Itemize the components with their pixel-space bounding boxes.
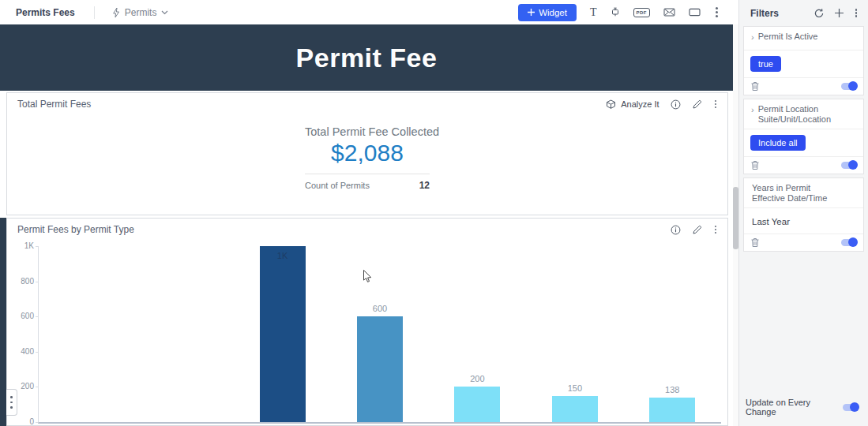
reset-filters-icon[interactable] — [814, 8, 825, 19]
bar-value-label: 1K — [259, 251, 306, 260]
bar-1K[interactable] — [260, 246, 306, 422]
dashboard-hero: Permit Fee — [0, 24, 733, 91]
filter-menu-icon[interactable] — [854, 183, 857, 204]
collapsed-left-panel — [0, 218, 6, 426]
kpi-metric-title: Total Permit Fee Collected — [305, 125, 430, 138]
bar-value-label: 150 — [551, 383, 599, 393]
filter-card-permit-is-active: › Permit Is Active true — [743, 26, 864, 95]
widget-menu-icon[interactable] — [713, 99, 719, 110]
chart-plot-area: 1K600200150138 — [38, 246, 721, 424]
edit-pencil-icon[interactable] — [692, 225, 702, 235]
bar-value-label: 200 — [453, 374, 501, 383]
kpi-widget: Total Permit Fees Analyze It Total Permi — [6, 92, 728, 215]
kpi-widget-header: Total Permit Fees Analyze It — [7, 93, 727, 113]
filter-card-permit-location: › Permit Location Suite/Unit/Location In… — [743, 99, 864, 174]
filters-panel: Filters › Permit Is Active true — [738, 0, 868, 426]
filter-name: Years in Permit Effective Date/Time — [752, 183, 827, 204]
add-filter-icon[interactable] — [835, 9, 844, 17]
chart-widget-title: Permit Fees by Permit Type — [17, 224, 134, 235]
filter-selection-text[interactable]: Last Year — [750, 216, 791, 227]
chart-widget: Permit Fees by Permit Type 1K80060040020… — [6, 218, 728, 426]
filter-selection-pill[interactable]: true — [750, 56, 781, 72]
info-icon[interactable] — [671, 99, 681, 110]
lightning-icon — [112, 7, 120, 18]
delete-filter-icon[interactable] — [750, 160, 760, 170]
expand-chevron-icon[interactable]: › — [751, 32, 754, 46]
y-axis-tick-label: 600 — [7, 312, 34, 320]
bar-200[interactable] — [454, 387, 500, 422]
kpi-metric-value: $2,088 — [305, 140, 430, 166]
filter-name: Permit Location Suite/Unit/Location — [758, 104, 831, 125]
y-axis-tick-label: 800 — [7, 277, 34, 286]
main-scrollbar-track[interactable] — [733, 24, 738, 426]
filter-card-years-in-permit: Years in Permit Effective Date/Time Last… — [743, 178, 864, 252]
bar-600[interactable] — [357, 316, 403, 422]
filter-name: Permit Is Active — [758, 32, 818, 46]
analyze-it-label: Analyze It — [621, 99, 659, 109]
filter-menu-icon[interactable] — [854, 104, 857, 125]
toolbar-divider — [94, 6, 95, 19]
hero-title: Permit Fee — [296, 43, 438, 73]
widget-menu-icon[interactable] — [713, 225, 719, 235]
analyze-it-button[interactable]: Analyze It — [605, 99, 659, 110]
y-axis-tick-label: 400 — [7, 347, 34, 356]
y-axis-tick-label: 1K — [7, 241, 34, 250]
delete-filter-icon[interactable] — [750, 81, 760, 92]
text-tool-icon[interactable]: T — [590, 6, 597, 19]
bar-138[interactable] — [649, 398, 695, 422]
datasource-selector[interactable]: Permits — [112, 7, 169, 18]
filters-menu-icon[interactable] — [854, 8, 859, 18]
update-on-change-label: Update on Every Change — [746, 398, 843, 417]
plus-icon — [528, 9, 535, 16]
filters-header: Filters — [739, 0, 868, 26]
dashboard-app: Permits Fees Permits Widget T PDF — [0, 0, 868, 426]
filter-enabled-toggle[interactable] — [841, 83, 857, 90]
main-scrollbar-thumb[interactable] — [733, 187, 738, 249]
info-icon[interactable] — [671, 225, 681, 235]
analyze-it-icon — [605, 99, 617, 110]
chart-widget-header: Permit Fees by Permit Type — [7, 219, 727, 238]
dashboard-title: Permits Fees — [16, 7, 75, 18]
kpi-secondary-row: Count of Permits 12 — [305, 180, 430, 191]
kpi-content: Total Permit Fee Collected $2,088 Count … — [305, 125, 430, 191]
datasource-label: Permits — [125, 7, 157, 18]
edit-pencil-icon[interactable] — [692, 99, 702, 110]
kpi-widget-title: Total Permit Fees — [17, 99, 91, 110]
delete-filter-icon[interactable] — [750, 237, 760, 248]
y-axis-tick-label: 0 — [7, 417, 34, 426]
brush-icon[interactable] — [611, 7, 620, 17]
panel-drag-handle[interactable] — [6, 389, 17, 416]
top-toolbar: Permits Fees Permits Widget T PDF — [0, 0, 738, 24]
email-icon[interactable] — [663, 8, 675, 17]
display-mode-icon[interactable] — [689, 8, 701, 17]
more-options-icon[interactable] — [714, 7, 720, 17]
filter-enabled-toggle[interactable] — [841, 239, 857, 246]
bar-value-label: 138 — [648, 385, 696, 394]
bar-value-label: 600 — [356, 304, 404, 313]
bar-150[interactable] — [552, 396, 598, 422]
filter-menu-icon[interactable] — [854, 32, 857, 46]
chevron-down-icon — [161, 10, 168, 15]
kpi-count-label: Count of Permits — [305, 181, 370, 190]
filter-selection-pill[interactable]: Include all — [750, 135, 806, 151]
filters-title: Filters — [750, 8, 779, 19]
kpi-count-value: 12 — [419, 180, 430, 191]
kpi-divider — [305, 174, 430, 174]
update-on-change-row: Update on Every Change — [739, 398, 868, 417]
toolbar-actions: Widget T PDF — [518, 0, 720, 24]
export-pdf-icon[interactable]: PDF — [633, 8, 651, 17]
update-on-change-toggle[interactable] — [843, 404, 859, 411]
add-widget-label: Widget — [539, 8, 567, 17]
add-widget-button[interactable]: Widget — [518, 4, 577, 21]
filter-enabled-toggle[interactable] — [841, 162, 857, 169]
expand-chevron-icon[interactable]: › — [751, 104, 754, 125]
